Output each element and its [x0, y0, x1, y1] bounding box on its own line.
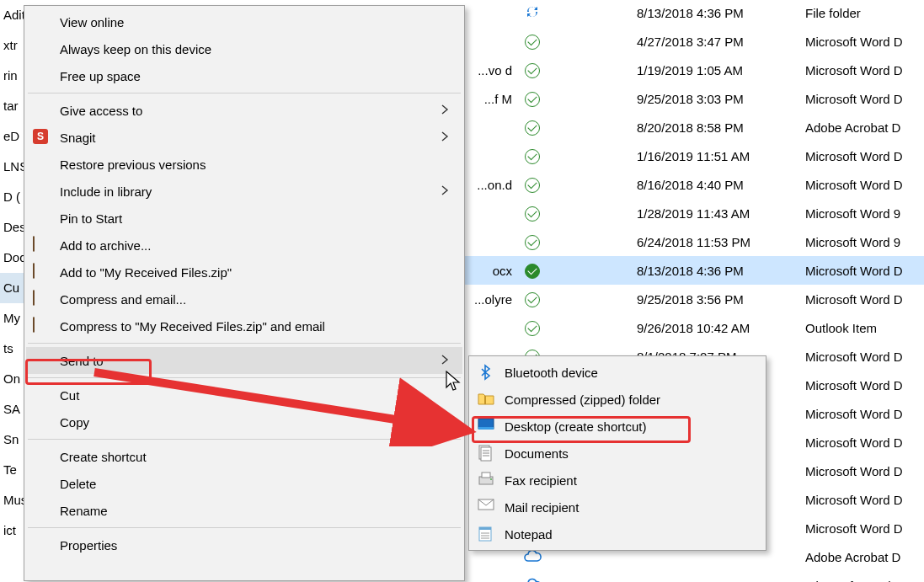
menu-item-label: Compress and email... — [60, 292, 186, 307]
synced-outline-icon — [522, 33, 542, 50]
svg-rect-9 — [482, 473, 490, 478]
submenu-item-notepad[interactable]: Notepad — [471, 521, 764, 547]
menu-item-add-to-archive[interactable]: Add to archive... — [26, 232, 462, 259]
menu-item-label: Add to archive... — [60, 238, 151, 253]
file-type: Microsoft Word D — [805, 464, 924, 478]
submenu-item-mail-recipient[interactable]: Mail recipient — [471, 494, 764, 521]
file-name-fragment: olyre... — [462, 292, 512, 307]
file-type: Microsoft Word D — [805, 407, 924, 421]
menu-item-restore-previous-versions[interactable]: Restore previous versions — [26, 151, 462, 178]
submenu-item-fax-recipient[interactable]: Fax recipient — [471, 467, 764, 494]
chevron-right-icon — [439, 184, 452, 198]
folder-tree-item[interactable]: xtr — [0, 30, 24, 61]
file-type: Microsoft Word 9 — [805, 206, 924, 221]
menu-item-cut[interactable]: Cut — [26, 382, 462, 408]
file-date: 6/24/2018 11:53 PM — [637, 235, 788, 249]
menu-separator — [28, 343, 461, 344]
submenu-item-label: Fax recipient — [505, 473, 577, 488]
folder-tree-item[interactable]: On — [0, 364, 24, 394]
menu-item-rename[interactable]: Rename — [26, 497, 462, 524]
file-type: Microsoft Word D — [805, 493, 924, 507]
menu-item-label: Cut — [60, 388, 79, 403]
menu-item-always-keep-on-this-device[interactable]: Always keep on this device — [26, 35, 462, 62]
menu-item-delete[interactable]: Delete — [26, 470, 462, 497]
menu-item-label: Rename — [60, 504, 108, 518]
folder-tree-item[interactable]: LNS — [0, 152, 24, 182]
folder-tree-item[interactable]: Cu — [0, 273, 24, 303]
file-type: Adobe Acrobat D — [805, 120, 924, 135]
folder-tree-item[interactable]: eD — [0, 121, 24, 152]
menu-item-copy[interactable]: Copy — [26, 408, 462, 435]
file-name-fragment: f M... — [462, 92, 512, 106]
folder-tree-item[interactable]: Mus — [0, 485, 24, 515]
menu-item-label: Delete — [60, 477, 96, 491]
file-type: Microsoft Word D — [805, 435, 924, 450]
bluetooth-icon — [478, 364, 494, 381]
cloud-icon — [522, 578, 542, 583]
desktop-icon — [478, 418, 494, 435]
folder-tree-item[interactable]: My — [0, 303, 24, 334]
submenu-item-documents[interactable]: Documents — [471, 440, 764, 467]
synced-solid-icon — [522, 262, 542, 279]
menu-item-label: Send to — [60, 354, 104, 368]
file-type: Microsoft Word 9 — [805, 235, 924, 249]
menu-item-label: Pin to Start — [60, 211, 122, 226]
menu-item-compress-to-my-received-files-zip-and-email[interactable]: Compress to "My Received Files.zip" and … — [26, 312, 462, 339]
file-type: Microsoft Word D — [805, 378, 924, 392]
folder-tree-item[interactable]: Doc — [0, 243, 24, 273]
synced-outline-icon — [522, 90, 542, 107]
svg-rect-2 — [478, 427, 494, 430]
submenu-item-desktop-create-shortcut[interactable]: Desktop (create shortcut) — [471, 413, 764, 440]
folder-tree-item[interactable]: rin — [0, 61, 24, 91]
folder-tree-item[interactable]: Adit — [0, 0, 24, 30]
submenu-item-compressed-zipped-folder[interactable]: Compressed (zipped) folder — [471, 386, 764, 413]
sendto-submenu: Bluetooth deviceCompressed (zipped) fold… — [468, 355, 766, 551]
menu-item-properties[interactable]: Properties — [26, 531, 462, 558]
mail-icon — [478, 499, 494, 515]
synced-outline-icon — [522, 61, 542, 78]
menu-item-give-access-to[interactable]: Give access to — [26, 97, 462, 124]
folder-tree-item[interactable]: SA — [0, 394, 24, 424]
menu-item-create-shortcut[interactable]: Create shortcut — [26, 443, 462, 470]
file-type: Microsoft Word D — [805, 92, 924, 106]
file-type: Adobe Acrobat D — [805, 550, 924, 564]
submenu-item-label: Bluetooth device — [505, 366, 598, 380]
file-date: 8/13/2018 4:36 PM — [637, 6, 788, 20]
folder-tree-item[interactable]: ts — [0, 334, 24, 364]
svg-rect-4 — [481, 447, 491, 461]
context-menu: View onlineAlways keep on this deviceFre… — [24, 5, 465, 581]
file-type: Microsoft Word D — [805, 264, 924, 278]
menu-item-free-up-space[interactable]: Free up space — [26, 62, 462, 89]
chevron-right-icon — [439, 131, 452, 144]
file-type: Microsoft Word D — [805, 178, 924, 192]
menu-item-add-to-my-received-files-zip[interactable]: Add to "My Received Files.zip" — [26, 259, 462, 286]
archive-icon — [33, 318, 50, 334]
archive-icon — [33, 264, 50, 280]
snagit-icon: S — [33, 129, 50, 146]
menu-separator — [28, 93, 461, 93]
documents-icon — [478, 445, 494, 462]
file-type: Outlook Item — [805, 321, 924, 335]
menu-item-pin-to-start[interactable]: Pin to Start — [26, 205, 462, 232]
file-name-fragment: ocx — [462, 264, 512, 278]
file-type: Microsoft Word D — [805, 63, 924, 77]
folder-tree-item[interactable]: D ( — [0, 182, 24, 212]
file-date: 9/25/2018 3:56 PM — [637, 292, 788, 307]
menu-item-include-in-library[interactable]: Include in library — [26, 178, 462, 205]
folder-tree-item[interactable]: Te — [0, 455, 24, 485]
folder-tree-item[interactable]: Des — [0, 212, 24, 243]
file-date: 1/19/2019 1:05 AM — [637, 63, 788, 77]
folder-tree-item[interactable]: tar — [0, 91, 24, 121]
file-date: 1/16/2019 11:51 AM — [637, 149, 788, 163]
file-type: Microsoft Excel W — [805, 579, 924, 583]
file-name-fragment: vo d... — [462, 63, 512, 77]
folder-tree-item[interactable]: ict — [0, 515, 24, 546]
menu-item-view-online[interactable]: View online — [26, 8, 462, 35]
menu-item-label: Snagit — [60, 131, 96, 145]
menu-item-compress-and-email[interactable]: Compress and email... — [26, 286, 462, 312]
menu-item-send-to[interactable]: Send to — [26, 347, 462, 374]
file-type: File folder — [805, 6, 924, 20]
submenu-item-bluetooth-device[interactable]: Bluetooth device — [471, 359, 764, 386]
menu-item-snagit[interactable]: SSnagit — [26, 124, 462, 151]
folder-tree-item[interactable]: Sn — [0, 424, 24, 455]
